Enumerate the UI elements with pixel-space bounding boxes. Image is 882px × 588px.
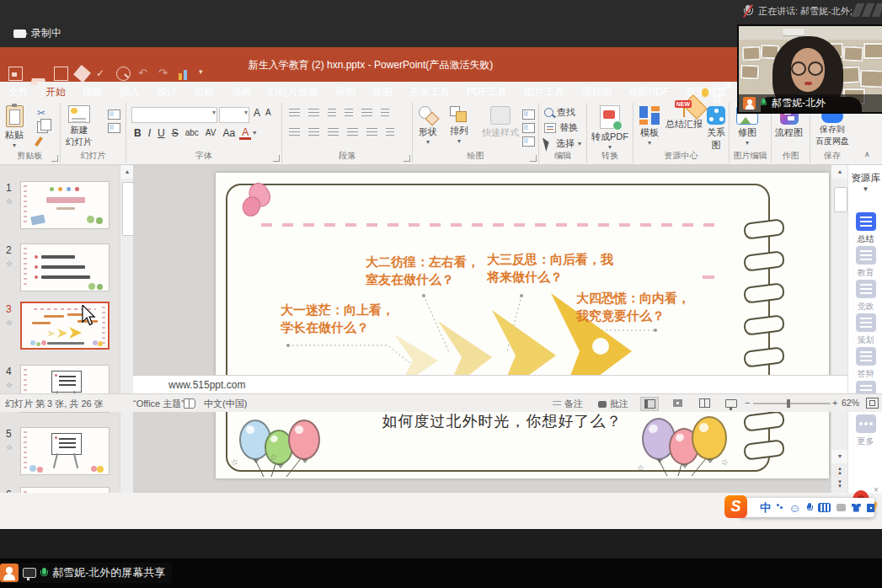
shape-effects-icon[interactable] <box>522 136 535 147</box>
new-slide-button[interactable]: 新建 幻灯片 <box>66 105 93 147</box>
notes-pane[interactable]: www.515ppt.com <box>133 375 847 394</box>
next-slide-icon[interactable]: ▼▼ <box>831 480 848 489</box>
scroll-up-icon[interactable]: ▲ <box>831 165 848 179</box>
find-button[interactable]: 查找 <box>557 106 575 119</box>
collapse-ribbon-icon[interactable]: ∧ <box>864 150 870 158</box>
zoom-slider-thumb[interactable] <box>787 399 790 408</box>
tab-file[interactable]: 文件 <box>0 82 37 103</box>
sidebar-item-more[interactable]: 更多 <box>848 414 882 447</box>
ime-keyboard-icon[interactable] <box>818 503 831 512</box>
normal-view-button[interactable] <box>640 397 659 411</box>
shapes-button[interactable]: 形状 ▾ <box>418 106 438 145</box>
ime-mode-chinese[interactable]: 中 <box>760 502 771 514</box>
underline-button[interactable]: U <box>155 126 168 140</box>
replace-button[interactable]: 替换 <box>559 121 578 134</box>
font-color-caret-icon[interactable]: ▾ <box>253 131 256 136</box>
increase-indent-icon[interactable] <box>345 109 353 117</box>
thumb-scroll-thumb[interactable] <box>122 182 133 236</box>
scroll-thumb[interactable] <box>834 187 847 212</box>
tab-foxit-pdf[interactable]: 福昕PDF <box>620 82 677 103</box>
slide-question[interactable]: 如何度过北外时光，你想好了么？ <box>317 411 687 431</box>
numbering-icon[interactable] <box>308 109 319 117</box>
fit-slide-button[interactable] <box>866 398 879 409</box>
thumbnail-scrollbar[interactable]: ▲ <box>120 165 133 493</box>
slide-section-icon[interactable] <box>108 123 120 133</box>
zoom-slider[interactable] <box>753 403 831 404</box>
strikethrough-button[interactable]: S <box>169 126 181 140</box>
decrease-indent-icon[interactable] <box>328 109 336 117</box>
text-shadow-button[interactable]: abc <box>183 126 201 140</box>
sidebar-item-planning[interactable]: 策划 <box>848 313 882 346</box>
scroll-down-icon[interactable]: ▼ <box>831 450 848 463</box>
slide-thumb-3-selected[interactable] <box>20 302 110 350</box>
arrange-button[interactable]: 排列 ▾ <box>450 106 468 144</box>
notes-toggle-button[interactable]: 备注 <box>553 398 583 410</box>
mic-muted-icon[interactable] <box>743 5 753 18</box>
previous-slide-icon[interactable]: ▲▲ <box>831 467 848 475</box>
tab-view[interactable]: 视图 <box>364 82 401 103</box>
quick-styles-button[interactable]: 快速样式 <box>482 106 519 139</box>
text-direction-icon[interactable] <box>381 109 389 117</box>
tab-developer[interactable]: 开发工具 <box>401 82 458 103</box>
tab-home[interactable]: 开始 <box>37 82 74 103</box>
sidebar-item-summary[interactable]: 总结 <box>848 212 882 245</box>
align-center-icon[interactable] <box>308 128 319 136</box>
main-scrollbar[interactable]: ▲ ▼ ▲▲ ▼▼ <box>831 165 848 493</box>
align-left-icon[interactable] <box>289 128 300 136</box>
ime-emoji-icon[interactable]: ☺ <box>788 502 800 514</box>
tab-insert[interactable]: 插入 <box>111 82 148 103</box>
slide-layout-icon[interactable] <box>108 110 120 120</box>
caption-senior[interactable]: 大四恐慌：向内看， 我究竟要什么？ <box>576 289 690 324</box>
promo-close-icon[interactable]: × <box>874 485 879 494</box>
italic-button[interactable]: I <box>146 126 153 140</box>
character-spacing-button[interactable]: AV <box>203 126 219 140</box>
ime-voice-icon[interactable] <box>807 503 812 512</box>
ime-skin-icon[interactable] <box>852 504 861 512</box>
tab-review[interactable]: 审阅 <box>327 82 364 103</box>
summary-report-button[interactable]: NEW 总结汇报 <box>666 106 703 131</box>
tab-flowchart[interactable]: 流程图 <box>573 82 620 103</box>
language-label[interactable]: 中文(中国) <box>204 398 247 410</box>
slide-sorter-view-button[interactable] <box>669 397 686 409</box>
font-size-combo[interactable] <box>219 107 249 123</box>
theme-name[interactable]: “Office 主题” <box>133 398 184 410</box>
slide-thumb-1[interactable] <box>20 181 110 229</box>
thumb-scroll-up-icon[interactable]: ▲ <box>120 165 133 179</box>
bold-button[interactable]: B <box>131 126 144 140</box>
bullets-icon[interactable] <box>289 109 300 117</box>
tab-design[interactable]: 设计 <box>148 82 185 103</box>
proofing-book-icon[interactable] <box>184 398 195 409</box>
ime-toolbox-icon[interactable] <box>867 504 874 512</box>
format-painter-icon[interactable] <box>35 136 43 147</box>
change-case-button[interactable]: Aa <box>220 126 238 140</box>
columns-icon[interactable] <box>366 128 377 136</box>
slide-thumb-5[interactable] <box>20 427 110 475</box>
tab-transitions[interactable]: 切换 <box>185 82 222 103</box>
comments-toggle-button[interactable]: 批注 <box>598 398 628 410</box>
tab-picture-tools[interactable]: 图片工具 <box>516 82 573 103</box>
grow-font-button[interactable]: A <box>251 106 263 120</box>
cut-icon[interactable]: ✂ <box>37 108 48 118</box>
caption-junior[interactable]: 大三反思：向后看，我 将来做什么？ <box>487 250 613 286</box>
ime-punctuation-icon[interactable] <box>777 504 783 512</box>
sogou-logo-icon[interactable]: S <box>724 495 747 518</box>
paste-button[interactable]: 粘贴 ▾ <box>5 105 24 148</box>
copy-icon[interactable] <box>37 121 48 133</box>
font-name-combo[interactable] <box>131 107 217 123</box>
zoom-level[interactable]: 62% <box>842 398 859 408</box>
tab-animations[interactable]: 动画 <box>222 82 259 103</box>
relation-chart-button[interactable]: 关系图 <box>703 106 730 152</box>
smartart-convert-icon[interactable] <box>386 128 394 136</box>
line-spacing-icon[interactable] <box>361 109 372 117</box>
webcam-feed[interactable]: 郝雪妮-北外 <box>737 24 882 114</box>
reading-view-button[interactable] <box>696 397 713 409</box>
sidebar-item-education[interactable]: 教育 <box>848 246 882 279</box>
convert-to-pdf-button[interactable]: 转成PDF ▾ <box>589 105 631 150</box>
sidebar-item-party[interactable]: 党政 <box>848 280 882 313</box>
font-color-button[interactable]: A <box>239 127 251 140</box>
shape-fill-icon[interactable] <box>522 110 535 120</box>
caption-freshman[interactable]: 大一迷茫：向上看， 学长在做什么？ <box>281 301 394 336</box>
current-slide[interactable]: 大二彷徨：左右看， 室友在做什么？ 大三反思：向后看，我 将来做什么？ 大一迷茫… <box>216 173 829 478</box>
slide-thumb-6[interactable] <box>20 487 110 493</box>
zoom-out-button[interactable]: − <box>745 398 750 408</box>
